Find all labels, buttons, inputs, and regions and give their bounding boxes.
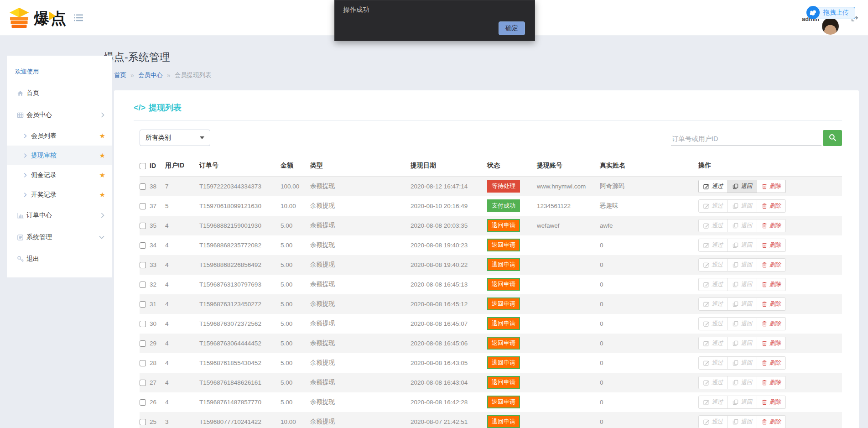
cell-amount: 5.00: [281, 392, 310, 412]
delete-button[interactable]: 删除: [757, 298, 786, 311]
approve-button[interactable]: 通过: [698, 396, 728, 409]
return-button[interactable]: 退回: [728, 239, 757, 252]
action-button-group: 通过 退回: [698, 180, 786, 193]
row-checkbox[interactable]: [140, 223, 146, 229]
sidebar-item-order-center[interactable]: 订单中心: [7, 204, 112, 226]
delete-button[interactable]: 删除: [757, 337, 786, 350]
row-checkbox[interactable]: [140, 321, 146, 327]
star-icon: ★: [99, 191, 105, 199]
sidebar-item-member-center[interactable]: 会员中心: [7, 104, 112, 126]
approve-button[interactable]: 通过: [698, 337, 728, 350]
row-checkbox[interactable]: [140, 262, 146, 268]
sidebar-toggle-icon[interactable]: [74, 14, 83, 23]
approve-button[interactable]: 通过: [698, 258, 728, 271]
return-button[interactable]: 退回: [728, 396, 757, 409]
modal-confirm-button[interactable]: 确定: [499, 21, 525, 35]
approve-button[interactable]: 通过: [698, 239, 728, 252]
select-all-checkbox[interactable]: [140, 163, 146, 169]
return-button[interactable]: 退回: [728, 376, 757, 389]
row-checkbox[interactable]: [140, 380, 146, 386]
row-checkbox[interactable]: [140, 399, 146, 406]
return-button[interactable]: 退回: [728, 356, 757, 370]
return-button[interactable]: 退回: [728, 258, 757, 271]
approve-label: 通过: [712, 398, 723, 406]
sidebar-item-logout[interactable]: 退出: [7, 248, 112, 270]
edit-icon: [703, 242, 709, 248]
edit-icon: [703, 380, 709, 386]
approve-button[interactable]: 通过: [698, 298, 728, 311]
status-badge: 退回申请: [487, 317, 520, 330]
cell-actions: 通过 退回: [698, 392, 842, 412]
return-button[interactable]: 退回: [728, 298, 757, 311]
sidebar-item-commission-records[interactable]: 佣金记录 ★: [7, 165, 112, 185]
cell-type: 余额提现: [310, 334, 411, 353]
breadcrumb-section[interactable]: 会员中心: [138, 71, 163, 79]
return-button[interactable]: 退回: [728, 317, 757, 330]
cell-real-name: 0: [600, 294, 698, 314]
sidebar-item-system-manage[interactable]: 系统管理: [7, 226, 112, 248]
delete-button[interactable]: 删除: [757, 278, 786, 291]
return-button[interactable]: 退回: [728, 180, 757, 193]
trash-icon: [762, 360, 767, 366]
row-checkbox[interactable]: [140, 242, 146, 249]
search-button[interactable]: [823, 130, 842, 146]
avatar[interactable]: [822, 18, 839, 35]
row-checkbox[interactable]: [140, 419, 146, 425]
cell-user-id: 3: [165, 412, 199, 428]
cell-actions: 通过 退回: [698, 196, 842, 216]
row-checkbox[interactable]: [140, 282, 146, 288]
return-button[interactable]: 退回: [728, 219, 757, 232]
approve-button[interactable]: 通过: [698, 199, 728, 213]
cell-amount: 5.00: [281, 235, 310, 255]
return-label: 退回: [741, 241, 752, 249]
return-button[interactable]: 退回: [728, 199, 757, 213]
delete-button[interactable]: 删除: [757, 376, 786, 389]
cell-actions: 通过 退回: [698, 216, 842, 235]
delete-button[interactable]: 删除: [757, 199, 786, 213]
approve-button[interactable]: 通过: [698, 356, 728, 370]
approve-button[interactable]: 通过: [698, 317, 728, 330]
logo[interactable]: 爆点: [9, 7, 68, 30]
cloud-upload-icon[interactable]: [806, 6, 820, 19]
delete-button[interactable]: 删除: [757, 356, 786, 370]
approve-button[interactable]: 通过: [698, 415, 728, 428]
row-checkbox[interactable]: [140, 340, 146, 347]
breadcrumb-home[interactable]: 首页: [114, 71, 126, 79]
column-header: 提现日期: [411, 156, 487, 177]
cell-amount: 5.00: [281, 294, 310, 314]
sidebar-item-member-list[interactable]: 会员列表 ★: [7, 126, 112, 146]
delete-button[interactable]: 删除: [757, 415, 786, 428]
delete-button[interactable]: 删除: [757, 180, 786, 193]
delete-button[interactable]: 删除: [757, 396, 786, 409]
row-checkbox[interactable]: [140, 301, 146, 308]
bar-chart-icon: [17, 212, 25, 219]
delete-label: 删除: [769, 300, 781, 308]
sidebar-item-withdraw-review[interactable]: 提现审核 ★: [7, 146, 112, 165]
search-input[interactable]: [671, 132, 821, 146]
sidebar-item-home[interactable]: 首页: [7, 82, 112, 104]
delete-label: 删除: [769, 202, 781, 210]
category-select[interactable]: 所有类别: [140, 130, 210, 146]
delete-label: 删除: [769, 418, 781, 426]
delete-button[interactable]: 删除: [757, 239, 786, 252]
row-checkbox[interactable]: [140, 203, 146, 209]
return-button[interactable]: 退回: [728, 337, 757, 350]
cell-account: 1234561122: [537, 196, 600, 216]
delete-button[interactable]: 删除: [757, 258, 786, 271]
approve-button[interactable]: 通过: [698, 376, 728, 389]
row-checkbox[interactable]: [140, 360, 146, 366]
approve-button[interactable]: 通过: [698, 180, 728, 193]
return-button[interactable]: 退回: [728, 415, 757, 428]
grid-icon: [17, 112, 25, 119]
sidebar-item-lottery-records[interactable]: 开奖记录 ★: [7, 185, 112, 204]
delete-button[interactable]: 删除: [757, 317, 786, 330]
delete-button[interactable]: 删除: [757, 219, 786, 232]
trash-icon: [762, 223, 767, 229]
column-header: 真实姓名: [600, 156, 698, 177]
approve-button[interactable]: 通过: [698, 219, 728, 232]
cell-account: [537, 235, 600, 255]
row-checkbox[interactable]: [140, 183, 146, 190]
return-button[interactable]: 退回: [728, 278, 757, 291]
approve-button[interactable]: 通过: [698, 278, 728, 291]
cell-status: 退回申请: [487, 353, 537, 373]
